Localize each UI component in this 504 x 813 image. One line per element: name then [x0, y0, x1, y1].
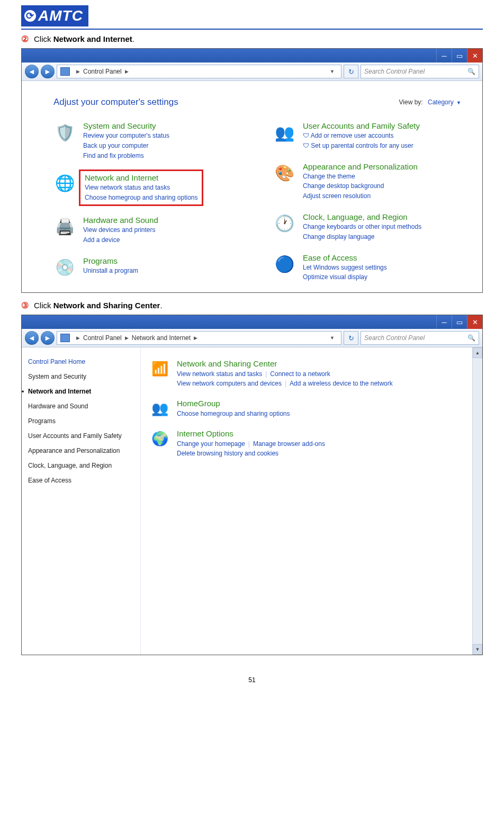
back-button[interactable]: ◄ [25, 65, 39, 78]
sidebar-item[interactable]: Programs [28, 417, 134, 425]
refresh-button[interactable]: ↻ [344, 331, 358, 345]
viewby-label: View by: [399, 99, 423, 106]
panel-link[interactable]: View network computers and devices [177, 380, 282, 387]
chevron-right-icon: ▶ [125, 69, 129, 74]
category-link[interactable]: Change desktop background [303, 182, 418, 191]
scrollbar[interactable]: ▲ ▼ [472, 347, 482, 655]
maximize-button[interactable]: ▭ [452, 315, 467, 329]
category-icon: 🌐 [53, 172, 76, 194]
breadcrumb-0[interactable]: Control Panel [83, 68, 122, 75]
category-link[interactable]: Change the theme [303, 172, 418, 181]
step-2-number: ② [21, 34, 29, 44]
search-placeholder: Search Control Panel [364, 68, 425, 75]
category-link[interactable]: View network status and tasks [85, 183, 197, 192]
sidebar-item[interactable]: Hardware and Sound [28, 403, 134, 410]
breadcrumb-1[interactable]: Network and Internet [132, 334, 191, 342]
window-titlebar: ─ ▭ ✕ [22, 49, 482, 62]
close-button[interactable]: ✕ [467, 315, 482, 329]
category-link[interactable]: Let Windows suggest settings [303, 263, 387, 272]
category-item: 🔵Ease of AccessLet Windows suggest setti… [273, 253, 461, 282]
chevron-right-icon: ▶ [76, 69, 80, 74]
separator: | [265, 370, 267, 378]
step-2-bold: Network and Internet [53, 34, 132, 43]
separator: | [248, 440, 250, 448]
category-title[interactable]: System and Security [83, 121, 169, 130]
panel-link[interactable]: Change your homepage [177, 440, 245, 448]
forward-button[interactable]: ► [41, 65, 55, 78]
category-link[interactable]: Find and fix problems [83, 151, 169, 160]
category-link[interactable]: Change display language [303, 233, 421, 242]
category-title[interactable]: User Accounts and Family Safety [303, 121, 420, 130]
sidebar-item[interactable]: Ease of Access [28, 477, 134, 484]
forward-button[interactable]: ► [41, 331, 55, 345]
category-icon: 🎨 [273, 162, 295, 184]
search-input[interactable]: Search Control Panel 🔍 [361, 65, 479, 78]
nav-toolbar: ◄ ► ▶ Control Panel ▶ ▼ ↻ Search Control… [22, 62, 482, 81]
category-icon: 🕐 [273, 212, 295, 235]
brand-logo: ⟳AMTC [21, 5, 88, 26]
panel-link[interactable]: Choose homegroup and sharing options [177, 410, 290, 417]
panel-item-title[interactable]: Network and Sharing Center [177, 359, 393, 368]
panel-link[interactable]: View network status and tasks [177, 370, 262, 378]
step-3: ③ Click Network and Sharing Center. [21, 300, 483, 310]
category-title[interactable]: Hardware and Sound [83, 216, 158, 225]
search-placeholder: Search Control Panel [364, 334, 425, 342]
chevron-down-icon[interactable]: ▼ [330, 69, 335, 74]
scroll-up-button[interactable]: ▲ [473, 347, 482, 358]
category-link[interactable]: Choose homegroup and sharing options [85, 193, 197, 202]
category-link[interactable]: Change keyboards or other input methods [303, 222, 421, 231]
maximize-button[interactable]: ▭ [452, 49, 467, 62]
search-input[interactable]: Search Control Panel 🔍 [361, 331, 479, 345]
category-item: 🎨Appearance and PersonalizationChange th… [273, 162, 461, 201]
category-icon: 🔵 [273, 253, 295, 275]
panel-link[interactable]: Connect to a network [270, 370, 330, 378]
category-title[interactable]: Programs [83, 256, 138, 265]
panel-heading: Adjust your computer's settings [53, 97, 178, 108]
category-link[interactable]: Uninstall a program [83, 266, 138, 275]
category-link[interactable]: Optimize visual display [303, 273, 387, 282]
chevron-down-icon[interactable]: ▼ [456, 100, 461, 105]
close-button[interactable]: ✕ [467, 49, 482, 62]
step-3-suffix: . [160, 301, 162, 310]
minimize-button[interactable]: ─ [436, 49, 452, 62]
category-link[interactable]: View devices and printers [83, 226, 158, 235]
address-bar[interactable]: ▶ Control Panel ▶ ▼ [57, 65, 341, 78]
category-title[interactable]: Ease of Access [303, 253, 387, 262]
category-icon: 💿 [53, 256, 76, 279]
view-by-value[interactable]: Category [428, 99, 454, 106]
chevron-down-icon[interactable]: ▼ [330, 335, 335, 341]
category-link[interactable]: Review your computer's status [83, 131, 169, 140]
panel-link[interactable]: Delete browsing history and cookies [177, 450, 278, 457]
step-3-prefix: Click [34, 301, 53, 310]
breadcrumb-0[interactable]: Control Panel [83, 334, 122, 342]
sidebar-item[interactable]: System and Security [28, 373, 134, 380]
view-by-label: View by: Category ▼ [399, 99, 461, 106]
sidebar-home[interactable]: Control Panel Home [28, 358, 134, 365]
category-title[interactable]: Clock, Language, and Region [303, 212, 421, 221]
panel-item-title[interactable]: Internet Options [177, 429, 325, 438]
panel-item: 🌍Internet OptionsChange your homepage|Ma… [150, 429, 463, 458]
panel-link[interactable]: Manage browser add-ons [253, 440, 325, 448]
refresh-button[interactable]: ↻ [344, 65, 358, 78]
panel-link[interactable]: Add a wireless device to the network [290, 380, 393, 387]
category-link[interactable]: Add a device [83, 236, 158, 245]
sidebar-item[interactable]: Clock, Language, and Region [28, 462, 134, 469]
minimize-button[interactable]: ─ [436, 315, 452, 329]
logo-text: AMTC [38, 7, 83, 24]
category-title[interactable]: Network and Internet [85, 173, 197, 182]
sidebar-item[interactable]: Appearance and Personalization [28, 447, 134, 454]
panel-item-icon: 📶 [150, 359, 169, 378]
address-bar[interactable]: ▶ Control Panel ▶ Network and Internet ▶… [57, 331, 341, 345]
category-link[interactable]: 🛡 Add or remove user accounts [303, 131, 420, 140]
panel-item: 👥HomeGroupChoose homegroup and sharing o… [150, 399, 463, 418]
sidebar-item[interactable]: Network and Internet [28, 388, 134, 395]
category-link[interactable]: Back up your computer [83, 141, 169, 150]
page-number: 51 [21, 676, 483, 684]
back-button[interactable]: ◄ [25, 331, 39, 345]
scroll-down-button[interactable]: ▼ [473, 644, 482, 655]
category-title[interactable]: Appearance and Personalization [303, 162, 418, 171]
sidebar-item[interactable]: User Accounts and Family Safety [28, 432, 134, 440]
category-link[interactable]: 🛡 Set up parental controls for any user [303, 141, 420, 150]
panel-item-title[interactable]: HomeGroup [177, 399, 290, 408]
category-link[interactable]: Adjust screen resolution [303, 192, 418, 201]
